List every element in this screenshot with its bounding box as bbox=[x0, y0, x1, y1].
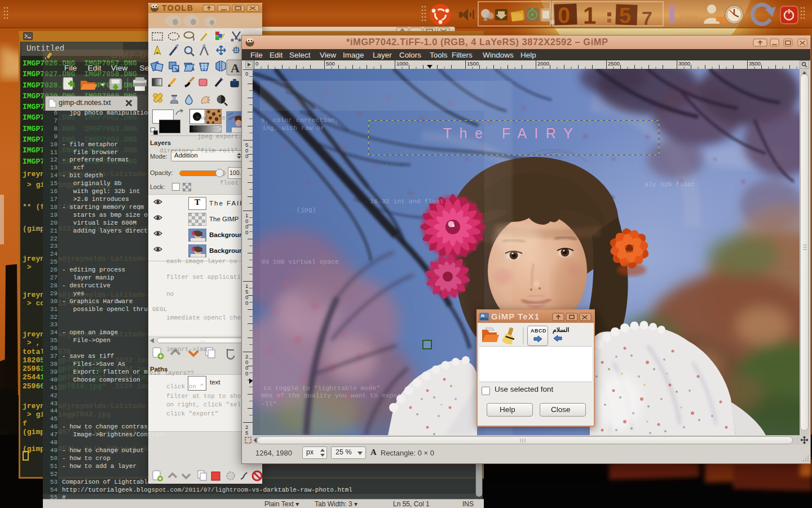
svg-text:1000: 1000 bbox=[396, 60, 408, 67]
svg-text:2500: 2500 bbox=[608, 60, 620, 67]
svg-text:aly 32b float: aly 32b float bbox=[645, 181, 695, 188]
svg-text:0: 0 bbox=[558, 3, 570, 28]
svg-text:7: 7 bbox=[642, 7, 652, 29]
svg-text:1: 1 bbox=[583, 2, 596, 29]
svg-text:3500: 3500 bbox=[749, 60, 761, 67]
svg-text:5: 5 bbox=[245, 430, 248, 435]
svg-text:2000: 2000 bbox=[537, 60, 549, 67]
svg-text:ing, with raw or: ing, with raw or bbox=[262, 124, 324, 132]
svg-text:to toggle to "lighttable mode": to toggle to "lighttable mode" bbox=[263, 384, 380, 392]
svg-text:0: 0 bbox=[255, 60, 258, 67]
svg-text:1500: 1500 bbox=[467, 60, 479, 67]
svg-text:0: 0 bbox=[245, 229, 248, 235]
svg-text:0: 0 bbox=[245, 300, 248, 306]
svg-text:5: 5 bbox=[619, 4, 631, 28]
svg-text:(jpg): (jpg) bbox=[297, 206, 316, 213]
svg-text:-ll": -ll" bbox=[261, 400, 277, 408]
svg-text:A: A bbox=[231, 61, 240, 75]
svg-text:s, color correction,: s, color correction, bbox=[261, 116, 339, 124]
svg-text:dd 1GB virtual space: dd 1GB virtual space bbox=[261, 258, 339, 265]
svg-text:The FAIRY: The FAIRY bbox=[443, 125, 580, 141]
svg-text:16-32 int and float: 16-32 int and float bbox=[370, 198, 444, 205]
svg-text:0: 0 bbox=[245, 370, 248, 376]
svg-text:100%: 100% bbox=[678, 12, 698, 21]
svg-text:0: 0 bbox=[245, 71, 248, 77]
svg-text:0: 0 bbox=[245, 153, 248, 159]
svg-text:500: 500 bbox=[326, 60, 335, 67]
svg-text:mbs of the quality you want to: mbs of the quality you want to export bbox=[261, 392, 405, 399]
svg-text:3000: 3000 bbox=[678, 60, 690, 67]
